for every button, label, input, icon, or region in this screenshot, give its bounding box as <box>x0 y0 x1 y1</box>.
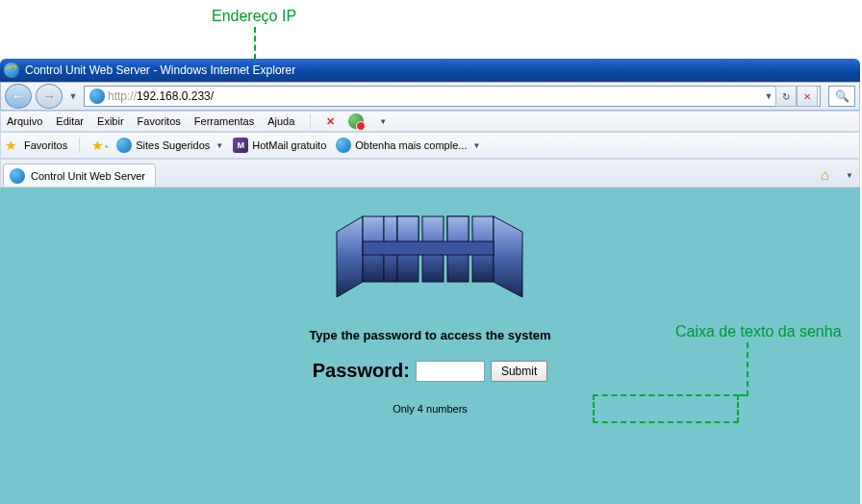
search-button[interactable]: 🔍 <box>828 86 855 107</box>
menu-ajuda[interactable]: Ajuda <box>267 115 294 127</box>
globe-icon[interactable] <box>348 113 364 129</box>
fav-addfav[interactable]: ★+ <box>91 138 107 153</box>
address-bar[interactable]: http://192.168.0.233/ ▼ ↻ ✕ <box>84 86 821 107</box>
annotation-ip-label: Endereço IP <box>212 8 296 25</box>
chevron-down-icon: ▼ <box>472 141 480 150</box>
annotation-box-pw <box>593 394 739 423</box>
close-toolbar-icon[interactable]: ✕ <box>326 115 335 128</box>
annotation-arrow-ip <box>254 27 256 60</box>
svg-marker-0 <box>337 216 363 297</box>
fav-separator <box>79 138 80 153</box>
svg-marker-9 <box>494 216 522 297</box>
phb-logo <box>334 214 526 297</box>
url-host: 192.168.0.233/ <box>137 89 214 103</box>
fav-sites-sugeridos[interactable]: Sites Sugeridos ▼ <box>116 138 223 153</box>
menu-ferramentas[interactable]: Ferramentas <box>194 115 254 127</box>
address-ie-icon <box>89 88 105 104</box>
title-bar: Control Unit Web Server - Windows Intern… <box>0 59 860 82</box>
password-hint: Only 4 numbers <box>393 403 468 415</box>
annotation-line-pw-v <box>747 342 748 396</box>
menu-separator <box>310 113 311 129</box>
menu-bar: Arquivo Editar Exibir Favoritos Ferramen… <box>0 111 860 132</box>
address-dropdown[interactable]: ▼ <box>762 85 775 108</box>
nav-bar: ← → ▼ http://192.168.0.233/ ▼ ↻ ✕ 🔍 <box>0 82 860 111</box>
password-input[interactable] <box>416 361 485 382</box>
ie-icon <box>4 63 19 78</box>
password-row: Password: Submit <box>313 360 548 382</box>
submit-button[interactable]: Submit <box>491 361 547 382</box>
svg-rect-10 <box>363 241 494 255</box>
favorites-bar: ★ Favoritos ★+ Sites Sugeridos ▼ M HotMa… <box>0 132 860 159</box>
stop-button[interactable]: ✕ <box>797 86 818 107</box>
password-label: Password: <box>313 360 410 382</box>
tab-control-unit[interactable]: Control Unit Web Server <box>3 164 156 187</box>
ie-icon <box>10 168 25 184</box>
page-content: Type the password to access the system P… <box>0 188 860 504</box>
menu-arquivo[interactable]: Arquivo <box>7 115 42 127</box>
annotation-pw-label: Caixa de texto da senha <box>675 323 842 340</box>
star-add-icon: ★+ <box>91 138 107 153</box>
hotmail-icon: M <box>233 138 248 153</box>
menu-exibir[interactable]: Exibir <box>97 115 124 127</box>
fav-label: Obtenha mais comple... <box>355 139 467 151</box>
globe-dropdown[interactable]: ▼ <box>379 117 387 126</box>
back-button[interactable]: ← <box>5 84 32 109</box>
nav-history-dropdown[interactable]: ▼ <box>66 85 80 108</box>
window-title: Control Unit Web Server - Windows Intern… <box>25 63 295 77</box>
fav-hotmail[interactable]: M HotMail gratuito <box>233 138 326 153</box>
home-icon[interactable]: ⌂ <box>821 166 838 184</box>
fav-obtenha[interactable]: Obtenha mais comple... ▼ <box>336 138 480 153</box>
ie-icon <box>116 138 132 153</box>
forward-button[interactable]: → <box>36 84 63 109</box>
tab-bar: Control Unit Web Server ⌂ ▼ <box>0 159 860 188</box>
star-icon: ★ <box>5 138 20 153</box>
url-prefix: http:// <box>108 89 137 103</box>
fav-label: HotMail gratuito <box>252 139 326 151</box>
chevron-down-icon: ▼ <box>216 141 223 150</box>
menu-favoritos[interactable]: Favoritos <box>138 115 181 127</box>
home-dropdown[interactable]: ▼ <box>846 171 853 180</box>
menu-editar[interactable]: Editar <box>56 115 84 127</box>
fav-label: Sites Sugeridos <box>136 139 210 151</box>
favorites-button[interactable]: ★ Favoritos <box>5 138 67 153</box>
favorites-label: Favoritos <box>24 139 67 151</box>
refresh-button[interactable]: ↻ <box>775 86 797 107</box>
ie-icon <box>336 138 351 153</box>
password-prompt: Type the password to access the system <box>309 328 550 342</box>
search-icon: 🔍 <box>835 89 849 103</box>
tab-title: Control Unit Web Server <box>31 170 145 182</box>
annotation-line-pw-h <box>739 394 748 396</box>
